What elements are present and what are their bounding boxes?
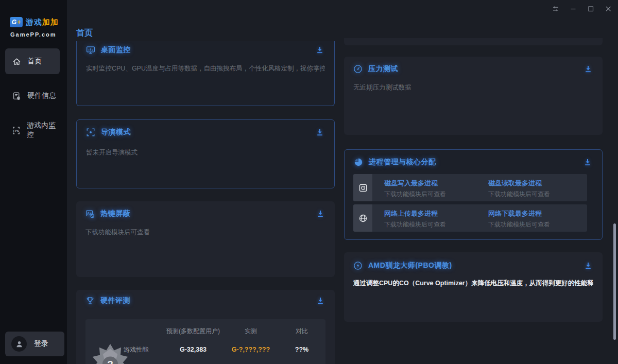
window-controls xyxy=(550,3,614,14)
table-header-row: 预测(多数配置用户) 实测 对比 xyxy=(85,319,325,338)
hardware-info-icon xyxy=(12,91,21,100)
close-icon[interactable] xyxy=(603,3,614,14)
trophy-icon xyxy=(85,296,95,305)
download-icon[interactable] xyxy=(316,46,324,54)
net-upload-item: 网络上传最多进程 下载功能模块后可查看 xyxy=(384,209,446,229)
net-upload-link[interactable]: 网络上传最多进程 xyxy=(384,209,446,218)
card-description: 实时监控CPU、GPU温度与占用等数据，自由拖拽布局，个性化风格定制，祝你掌控性… xyxy=(86,64,325,73)
app-name: 游戏加加 xyxy=(26,18,59,27)
gauge-icon xyxy=(353,64,363,74)
sliders-icon[interactable] xyxy=(550,3,561,14)
desktop-monitor-icon xyxy=(86,45,95,55)
card-title: 进程管理与核心分配 xyxy=(369,158,436,167)
director-mode-icon xyxy=(86,128,95,137)
svg-text:FPS: FPS xyxy=(13,129,20,132)
disk-read-link[interactable]: 磁盘读取最多进程 xyxy=(488,179,550,188)
gamepp-window: G+ 游戏加加 GamePP.com 首页 硬件信息 FPS 游戏内 xyxy=(0,0,618,364)
login-label: 登录 xyxy=(34,339,48,349)
col-header-predicted: 预测(多数配置用户) xyxy=(163,325,224,338)
card-hotkey-block[interactable]: Aa 热键屏蔽 下载功能模块后可查看 xyxy=(76,201,335,277)
rank-badge-icon: ? xyxy=(91,343,130,364)
card-amd-pbo[interactable]: AMD驯龙大师(PBO调教) 通过调整CPU的CO（Curve Optimize… xyxy=(344,252,603,322)
card-director-mode[interactable]: 导演模式 暂未开启导演模式 xyxy=(76,119,335,188)
network-process-row: 网络上传最多进程 下载功能模块后可查看 网络下载最多进程 下载功能模块后可查看 xyxy=(353,204,587,232)
card-title: 导演模式 xyxy=(101,128,131,137)
gamepp-logo-icon: G+ xyxy=(10,17,23,27)
app-logo: G+ 游戏加加 xyxy=(10,17,59,27)
card-process-management[interactable]: 进程管理与核心分配 磁盘写入最多进程 下载功能模块后可查看 磁盘读取最多进程 下… xyxy=(344,149,603,240)
card-description: 通过调整CPU的CO（Curve Optimizer）来降低电压和温度，从而得到… xyxy=(353,279,593,288)
globe-icon xyxy=(353,204,372,232)
sidebar-item-hardware-info[interactable]: 硬件信息 xyxy=(5,83,60,109)
login-button[interactable]: 登录 xyxy=(5,332,64,356)
net-download-item: 网络下载最多进程 下载功能模块后可查看 xyxy=(488,209,550,229)
home-icon xyxy=(12,57,21,66)
card-description: 暂未开启导演模式 xyxy=(86,148,325,157)
disk-process-row: 磁盘写入最多进程 下载功能模块后可查看 磁盘读取最多进程 下载功能模块后可查看 xyxy=(353,174,587,201)
sidebar: G+ 游戏加加 GamePP.com 首页 硬件信息 FPS 游戏内 xyxy=(0,0,67,364)
sidebar-item-ingame-monitor[interactable]: FPS 游戏内监控 xyxy=(5,117,60,143)
svg-text:?: ? xyxy=(107,359,113,364)
predicted-value: G-32,383 xyxy=(163,343,224,356)
download-icon[interactable] xyxy=(316,297,324,305)
sidebar-nav: 首页 硬件信息 FPS 游戏内监控 xyxy=(5,48,60,152)
card-title: 压力测试 xyxy=(368,64,398,74)
predicted-value: 22,777 xyxy=(163,362,224,364)
card-desktop-monitor[interactable]: 桌面监控 实时监控CPU、GPU温度与占用等数据，自由拖拽布局，个性化风格定制，… xyxy=(76,41,335,106)
maximize-icon[interactable] xyxy=(585,3,596,14)
sidebar-item-label: 首页 xyxy=(27,57,42,66)
svg-text:Aa: Aa xyxy=(87,212,92,215)
col-header-compare: 对比 xyxy=(278,325,325,338)
card-title: 桌面监控 xyxy=(101,45,131,55)
minimize-icon[interactable] xyxy=(568,3,579,14)
app-domain: GamePP.com xyxy=(10,31,57,38)
card-title: 硬件评测 xyxy=(100,296,130,305)
scrollbar-thumb[interactable] xyxy=(613,223,616,340)
hardware-review-table: 预测(多数配置用户) 实测 对比 游戏性能 G-32,383 G-?,???,?… xyxy=(85,319,325,364)
disk-write-link[interactable]: 磁盘写入最多进程 xyxy=(384,179,446,188)
net-download-link[interactable]: 网络下载最多进程 xyxy=(488,209,550,218)
download-icon[interactable] xyxy=(316,210,324,218)
lightning-circle-icon xyxy=(353,261,363,270)
col-header-measured: 实测 xyxy=(224,325,278,338)
download-icon[interactable] xyxy=(316,128,324,136)
card-stress-test[interactable]: 压力测试 无近期压力测试数据 xyxy=(344,57,603,135)
pie-chart-icon xyxy=(354,158,363,167)
disk-write-item: 磁盘写入最多进程 下载功能模块后可查看 xyxy=(384,179,446,199)
card-hardware-review[interactable]: 硬件评测 预测(多数配置用户) 实测 对比 游戏性能 G-32,383 G-?,… xyxy=(76,290,335,364)
user-avatar-icon xyxy=(11,336,27,352)
download-icon[interactable] xyxy=(583,158,592,166)
fps-monitor-icon: FPS xyxy=(12,126,21,135)
sidebar-item-home[interactable]: 首页 xyxy=(5,48,60,74)
measured-value: ???,??? xyxy=(224,362,278,364)
download-icon[interactable] xyxy=(584,262,592,270)
disk-read-item: 磁盘读取最多进程 下载功能模块后可查看 xyxy=(488,179,550,199)
sidebar-item-label: 硬件信息 xyxy=(27,91,56,100)
page-title: 首页 xyxy=(76,28,93,39)
card-description: 下载功能模块后可查看 xyxy=(85,228,325,237)
compare-value: ??% xyxy=(278,362,325,364)
hotkey-block-icon: Aa xyxy=(85,209,95,218)
download-icon[interactable] xyxy=(584,65,592,73)
measured-value: G-?,???,??? xyxy=(224,343,278,356)
card-title: AMD驯龙大师(PBO调教) xyxy=(368,261,452,270)
disk-icon xyxy=(353,174,372,201)
compare-value: ??% xyxy=(278,343,325,356)
card-title: 热键屏蔽 xyxy=(100,209,130,218)
sidebar-item-label: 游戏内监控 xyxy=(27,121,60,140)
card-partial-above xyxy=(344,38,603,45)
card-description: 无近期压力测试数据 xyxy=(353,83,593,92)
